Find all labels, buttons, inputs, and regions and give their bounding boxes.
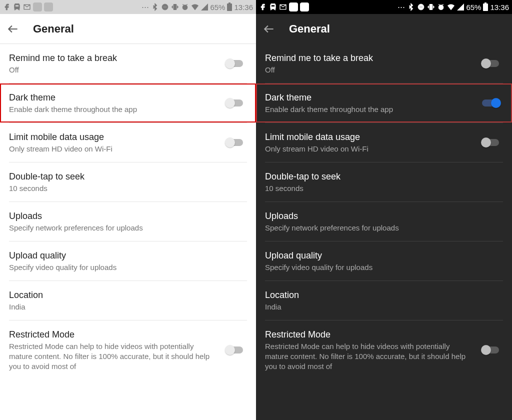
toggle-limit-data[interactable] bbox=[482, 138, 501, 148]
facebook-icon bbox=[3, 3, 11, 11]
row-title: Limit mobile data usage bbox=[9, 131, 216, 143]
row-subtitle: India bbox=[9, 302, 247, 312]
back-button[interactable] bbox=[6, 22, 20, 36]
more-icon: ⋯ bbox=[398, 2, 405, 12]
app-icon bbox=[300, 2, 309, 12]
signal-icon bbox=[457, 4, 464, 10]
wifi-icon bbox=[191, 3, 199, 11]
row-location[interactable]: Location India bbox=[0, 281, 256, 320]
action-bar: General bbox=[256, 14, 512, 44]
toggle-limit-data[interactable] bbox=[226, 138, 245, 148]
app-icon bbox=[44, 2, 53, 12]
app-icon bbox=[289, 2, 298, 12]
battery-percent: 65% bbox=[466, 3, 481, 12]
row-remind-break[interactable]: Remind me to take a break Off bbox=[256, 44, 512, 83]
row-subtitle: Off bbox=[265, 65, 472, 75]
facebook-icon bbox=[259, 3, 267, 11]
row-subtitle: India bbox=[265, 302, 503, 312]
row-upload-quality[interactable]: Upload quality Specify video quality for… bbox=[0, 242, 256, 280]
page-title: General bbox=[289, 22, 330, 36]
row-subtitle: Off bbox=[9, 65, 216, 75]
row-restricted-mode[interactable]: Restricted Mode Restricted Mode can help… bbox=[0, 320, 256, 380]
row-title: Location bbox=[9, 289, 247, 301]
row-remind-break[interactable]: Remind me to take a break Off bbox=[0, 44, 256, 83]
battery-icon bbox=[483, 4, 488, 11]
row-subtitle: Only stream HD video on Wi-Fi bbox=[265, 144, 472, 154]
clock: 13:36 bbox=[490, 3, 509, 12]
dark-pane: ⋯ 65% 13:36 General Remind me to take a … bbox=[256, 0, 512, 420]
status-bar: ⋯ 65% 13:36 bbox=[256, 0, 512, 14]
row-subtitle: Restricted Mode can help to hide videos … bbox=[265, 342, 472, 372]
row-subtitle: Specify network preferences for uploads bbox=[9, 223, 247, 233]
dnd-icon bbox=[161, 3, 169, 11]
row-title: Remind me to take a break bbox=[9, 52, 216, 64]
vibrate-icon bbox=[171, 3, 179, 11]
row-title: Remind me to take a break bbox=[265, 52, 472, 64]
light-pane: ⋯ 65% 13:36 General Remind me to take a … bbox=[0, 0, 256, 420]
row-subtitle: Restricted Mode can help to hide videos … bbox=[9, 342, 216, 372]
battery-icon bbox=[227, 4, 232, 11]
row-title: Restricted Mode bbox=[265, 328, 472, 340]
row-dark-theme[interactable]: Dark theme Enable dark theme throughout … bbox=[0, 84, 256, 122]
settings-list: Remind me to take a break Off Dark theme… bbox=[0, 44, 256, 420]
toggle-dark-theme[interactable] bbox=[226, 98, 245, 108]
row-double-tap-seek[interactable]: Double-tap to seek 10 seconds bbox=[0, 162, 256, 202]
clock: 13:36 bbox=[234, 3, 253, 12]
action-bar: General bbox=[0, 14, 256, 44]
gmail-icon bbox=[279, 3, 287, 11]
battery-percent: 65% bbox=[210, 3, 225, 12]
row-title: Restricted Mode bbox=[9, 328, 216, 340]
row-title: Location bbox=[265, 289, 503, 301]
svg-rect-6 bbox=[430, 4, 432, 10]
row-subtitle: Enable dark theme throughout the app bbox=[9, 104, 216, 114]
toggle-restricted-mode[interactable] bbox=[226, 345, 245, 355]
row-title: Double-tap to seek bbox=[265, 170, 503, 182]
toggle-dark-theme[interactable] bbox=[482, 98, 501, 108]
row-double-tap-seek[interactable]: Double-tap to seek 10 seconds bbox=[256, 162, 512, 202]
row-subtitle: Specify video quality for uploads bbox=[265, 262, 503, 272]
more-icon: ⋯ bbox=[142, 2, 149, 12]
row-uploads[interactable]: Uploads Specify network preferences for … bbox=[0, 202, 256, 241]
row-title: Uploads bbox=[265, 210, 503, 222]
dnd-icon bbox=[417, 3, 425, 11]
toggle-remind-break[interactable] bbox=[482, 58, 501, 68]
train-icon bbox=[269, 3, 277, 11]
row-subtitle: 10 seconds bbox=[9, 184, 247, 194]
alarm-icon bbox=[181, 3, 189, 11]
row-location[interactable]: Location India bbox=[256, 281, 512, 320]
status-bar: ⋯ 65% 13:36 bbox=[0, 0, 256, 14]
svg-rect-1 bbox=[164, 6, 167, 7]
row-title: Upload quality bbox=[9, 250, 247, 262]
row-subtitle: Only stream HD video on Wi-Fi bbox=[9, 144, 216, 154]
bluetooth-icon bbox=[407, 3, 415, 11]
row-subtitle: Specify network preferences for uploads bbox=[265, 223, 503, 233]
row-subtitle: Enable dark theme throughout the app bbox=[265, 104, 472, 114]
row-upload-quality[interactable]: Upload quality Specify video quality for… bbox=[256, 242, 512, 280]
row-title: Double-tap to seek bbox=[9, 170, 247, 182]
settings-list: Remind me to take a break Off Dark theme… bbox=[256, 44, 512, 420]
row-limit-data[interactable]: Limit mobile data usage Only stream HD v… bbox=[0, 123, 256, 162]
row-title: Dark theme bbox=[265, 92, 472, 104]
row-dark-theme[interactable]: Dark theme Enable dark theme throughout … bbox=[256, 84, 512, 122]
row-subtitle: 10 seconds bbox=[265, 184, 503, 194]
svg-rect-2 bbox=[174, 4, 176, 10]
vibrate-icon bbox=[427, 3, 435, 11]
train-icon bbox=[13, 3, 21, 11]
signal-icon bbox=[201, 4, 208, 10]
back-button[interactable] bbox=[262, 22, 276, 36]
row-restricted-mode[interactable]: Restricted Mode Restricted Mode can help… bbox=[256, 320, 512, 380]
row-title: Upload quality bbox=[265, 250, 503, 262]
row-uploads[interactable]: Uploads Specify network preferences for … bbox=[256, 202, 512, 241]
app-icon bbox=[33, 2, 42, 12]
row-title: Uploads bbox=[9, 210, 247, 222]
row-title: Dark theme bbox=[9, 92, 216, 104]
page-title: General bbox=[33, 22, 74, 36]
row-limit-data[interactable]: Limit mobile data usage Only stream HD v… bbox=[256, 123, 512, 162]
gmail-icon bbox=[23, 3, 31, 11]
row-title: Limit mobile data usage bbox=[265, 131, 472, 143]
toggle-remind-break[interactable] bbox=[226, 58, 245, 68]
alarm-icon bbox=[437, 3, 445, 11]
svg-rect-5 bbox=[420, 6, 423, 7]
toggle-restricted-mode[interactable] bbox=[482, 345, 501, 355]
bluetooth-icon bbox=[151, 3, 159, 11]
